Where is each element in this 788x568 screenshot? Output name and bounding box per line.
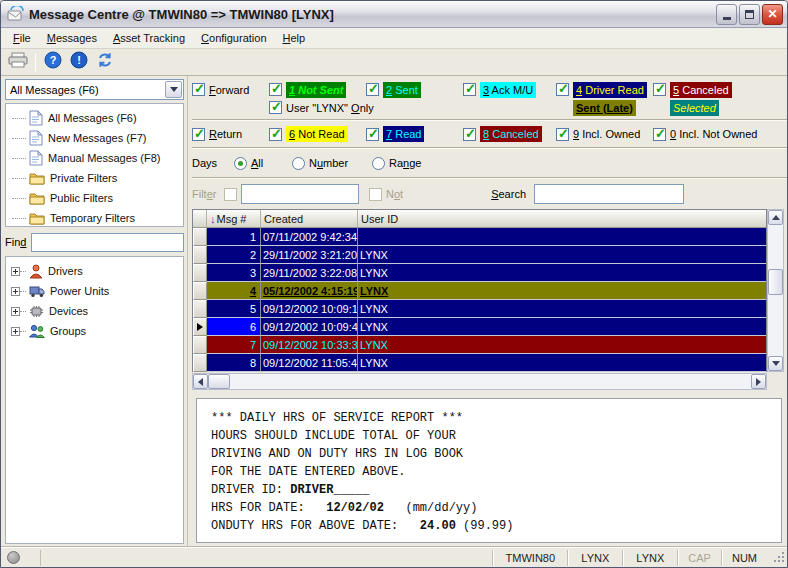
status-user: LYNX <box>567 550 622 566</box>
vertical-scrollbar[interactable] <box>767 209 784 372</box>
incl-owned-checkbox[interactable] <box>556 128 569 141</box>
row-header[interactable] <box>193 318 207 336</box>
read-checkbox[interactable] <box>366 128 379 141</box>
row-header[interactable] <box>193 246 207 264</box>
menu-asset-tracking[interactable]: Asset Tracking <box>105 29 193 47</box>
tree-item-private-filters[interactable]: Private Filters <box>6 168 183 188</box>
message-row[interactable]: 2 29/11/2002 3:21:20 PM LYNX <box>193 246 766 264</box>
minimize-button[interactable] <box>716 4 737 25</box>
tree-item-manual-messages[interactable]: Manual Messages (F8) <box>6 148 183 168</box>
canceled-return-badge[interactable]: 8 Canceled <box>480 126 542 142</box>
filter-input[interactable] <box>241 184 359 204</box>
not-read-checkbox[interactable] <box>269 128 282 141</box>
column-header-created[interactable]: Created <box>261 210 358 227</box>
row-header-corner <box>193 210 207 227</box>
tree-item-all-messages[interactable]: All Messages (F6) <box>6 108 183 128</box>
combobox-dropdown-button[interactable] <box>165 81 182 98</box>
vertical-scroll-thumb[interactable] <box>768 269 783 295</box>
ack-mu-checkbox[interactable] <box>463 83 476 96</box>
titlebar[interactable]: Message Centre @ TMWIN80 => TMWIN80 [LYN… <box>1 1 787 28</box>
expand-plus-icon[interactable] <box>11 267 20 276</box>
info-button[interactable]: ! <box>66 51 92 74</box>
filter-combobox[interactable]: All Messages (F6) <box>5 79 184 100</box>
horizontal-scroll-thumb[interactable] <box>208 374 230 389</box>
expand-plus-icon[interactable] <box>11 327 20 336</box>
scroll-left-button[interactable] <box>193 374 208 389</box>
horizontal-scrollbar[interactable] <box>192 373 767 390</box>
return-checkbox[interactable] <box>192 128 205 141</box>
status-caps-lock: CAP <box>677 550 721 566</box>
close-button[interactable]: ✕ <box>762 4 783 25</box>
menu-configuration[interactable]: Configuration <box>193 29 274 47</box>
user-lynx-only-label[interactable]: User "LYNX" Only <box>286 102 374 114</box>
message-row[interactable]: 8 09/12/2002 11:05:47 AM LYNX <box>193 354 766 372</box>
return-label[interactable]: Return <box>209 128 242 140</box>
driver-read-checkbox[interactable] <box>556 83 569 96</box>
days-range-radio[interactable] <box>372 157 385 170</box>
message-row[interactable]: 1 07/11/2002 9:42:34 AM <box>193 228 766 246</box>
sent-badge[interactable]: 2 Sent <box>383 82 421 98</box>
refresh-button[interactable] <box>92 51 118 74</box>
tree-item-drivers[interactable]: Drivers <box>6 261 183 281</box>
menu-help[interactable]: Help <box>275 29 314 47</box>
tree-item-devices[interactable]: Devices <box>6 301 183 321</box>
ack-mu-badge[interactable]: 3 Ack M/U <box>480 82 536 98</box>
tree-item-temporary-filters[interactable]: Temporary Filters <box>6 208 183 227</box>
message-row-sent-late[interactable]: 4 05/12/2002 4:15:19 LYNX <box>193 282 766 300</box>
message-row[interactable]: 5 09/12/2002 10:09:18 AM LYNX <box>193 300 766 318</box>
resize-grip[interactable] <box>773 551 787 565</box>
tree-item-public-filters[interactable]: Public Filters <box>6 188 183 208</box>
days-number-radio[interactable] <box>292 157 305 170</box>
message-row-current[interactable]: 6 09/12/2002 10:09:42 AM LYNX <box>193 318 766 336</box>
help-button[interactable]: ? <box>40 51 66 74</box>
not-sent-checkbox[interactable] <box>269 83 282 96</box>
driver-read-badge[interactable]: 4 Driver Read <box>573 82 647 98</box>
app-envelope-icon <box>7 6 25 22</box>
expand-plus-icon[interactable] <box>11 287 20 296</box>
search-input[interactable] <box>534 184 684 204</box>
tree-item-new-messages[interactable]: New Messages (F7) <box>6 128 183 148</box>
row-header[interactable] <box>193 264 207 282</box>
incl-owned-label[interactable]: 9 Incl. Owned <box>573 128 640 140</box>
incl-not-owned-label[interactable]: 0 Incl. Not Owned <box>670 128 757 140</box>
user-lynx-only-checkbox[interactable] <box>269 101 282 114</box>
read-badge[interactable]: 7 Read <box>383 126 424 142</box>
row-header[interactable] <box>193 354 207 372</box>
print-button[interactable] <box>5 51 31 74</box>
maximize-button[interactable] <box>739 4 760 25</box>
scroll-down-button[interactable] <box>768 356 783 371</box>
message-preview-pane[interactable]: *** DAILY HRS OF SERVICE REPORT *** HOUR… <box>196 398 782 543</box>
days-number-label[interactable]: Number <box>309 157 348 169</box>
column-header-msg[interactable]: ↓Msg # <box>207 210 261 227</box>
days-all-label[interactable]: All <box>251 157 263 169</box>
tree-item-groups[interactable]: Groups <box>6 321 183 341</box>
sent-checkbox[interactable] <box>366 83 379 96</box>
incl-not-owned-checkbox[interactable] <box>653 128 666 141</box>
canceled-return-checkbox[interactable] <box>463 128 476 141</box>
preview-line: DRIVING AND ON DUTY HRS IN LOG BOOK <box>211 445 781 463</box>
expand-plus-icon[interactable] <box>11 307 20 316</box>
not-read-badge[interactable]: 6 Not Read <box>286 126 348 142</box>
row-header[interactable] <box>193 336 207 354</box>
row-header[interactable] <box>193 282 207 300</box>
menu-file[interactable]: File <box>5 29 39 47</box>
message-row-canceled[interactable]: 7 09/12/2002 10:33:39 AM LYNX <box>193 336 766 354</box>
row-header[interactable] <box>193 228 207 246</box>
message-row[interactable]: 3 29/11/2002 3:22:08 PM LYNX <box>193 264 766 282</box>
filter-checkbox[interactable] <box>224 188 237 201</box>
not-checkbox[interactable] <box>369 188 382 201</box>
canceled-sent-checkbox[interactable] <box>653 83 666 96</box>
find-input[interactable] <box>31 233 184 252</box>
tree-item-power-units[interactable]: Power Units <box>6 281 183 301</box>
forward-checkbox[interactable] <box>192 83 205 96</box>
not-sent-badge[interactable]: 1 Not Sent <box>286 82 346 98</box>
menu-messages[interactable]: Messages <box>39 29 105 47</box>
days-range-label[interactable]: Range <box>389 157 421 169</box>
column-header-user-id[interactable]: User ID <box>358 210 766 227</box>
days-all-radio[interactable] <box>234 157 247 170</box>
canceled-sent-badge[interactable]: 5 Canceled <box>670 82 732 98</box>
forward-label[interactable]: Forward <box>209 84 249 96</box>
scroll-right-button[interactable] <box>751 374 766 389</box>
row-header[interactable] <box>193 300 207 318</box>
scroll-up-button[interactable] <box>768 210 783 225</box>
